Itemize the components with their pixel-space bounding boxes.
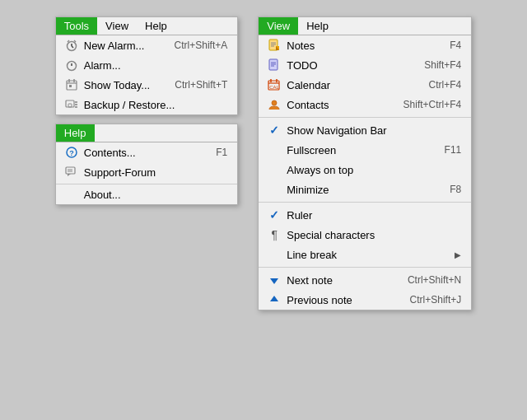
todo-label: TODO bbox=[287, 59, 399, 72]
special-chars-label: Special characters bbox=[287, 229, 436, 241]
clock-icon bbox=[63, 58, 81, 72]
help-icon: ? bbox=[63, 146, 81, 159]
backup-restore-item[interactable]: Backup / Restore... bbox=[56, 95, 238, 114]
ruler-label: Ruler bbox=[287, 209, 436, 222]
special-chars-item[interactable]: ¶ Special characters bbox=[259, 225, 471, 245]
forum-icon bbox=[63, 166, 81, 179]
tools-menu-bar-view[interactable]: View bbox=[97, 17, 137, 35]
minimize-item[interactable]: Minimize F8 bbox=[259, 180, 471, 199]
view-menu-bar-help[interactable]: Help bbox=[298, 17, 337, 35]
always-on-top-label: Always on top bbox=[287, 164, 436, 176]
show-nav-bar-label: Show Navigation Bar bbox=[287, 124, 436, 137]
minimize-shortcut: F8 bbox=[450, 184, 461, 195]
notes-icon bbox=[265, 39, 283, 52]
todo-shortcut: Shift+F4 bbox=[424, 59, 461, 71]
tools-menu-panel: Tools View Help New Alarm... Ctrl+Shift+… bbox=[55, 16, 239, 115]
svg-rect-11 bbox=[69, 85, 72, 87]
contacts-icon bbox=[265, 98, 283, 111]
contacts-shortcut: Shift+Ctrl+F4 bbox=[403, 99, 462, 110]
svg-marker-40 bbox=[270, 296, 278, 301]
support-forum-item[interactable]: Support-Forum bbox=[56, 162, 238, 182]
contents-item[interactable]: ? Contents... F1 bbox=[56, 142, 238, 162]
pilcrow-symbol: ¶ bbox=[271, 228, 277, 241]
contacts-label: Contacts bbox=[287, 99, 378, 111]
alarm-icon bbox=[63, 39, 81, 52]
tools-menu-bar-help[interactable]: Help bbox=[137, 17, 175, 35]
view-menu-panel: View Help Notes F4 bbox=[258, 16, 472, 310]
up-arrow-icon bbox=[265, 293, 283, 306]
view-divider-1 bbox=[259, 117, 471, 118]
show-today-label: Show Today... bbox=[84, 79, 150, 91]
line-break-arrow-icon: ▶ bbox=[455, 250, 461, 259]
todo-item[interactable]: TODO Shift+F4 bbox=[259, 55, 471, 75]
svg-rect-13 bbox=[68, 104, 72, 107]
todo-icon bbox=[265, 58, 283, 72]
about-item[interactable]: About... bbox=[56, 184, 238, 204]
pilcrow-icon: ¶ bbox=[265, 228, 283, 241]
help-menu-panel: Help ? Contents... F1 bbox=[55, 124, 239, 205]
svg-text:?: ? bbox=[69, 149, 74, 157]
minimize-label: Minimize bbox=[287, 184, 425, 196]
view-menu-bar-view[interactable]: View bbox=[259, 17, 298, 35]
tools-menu-bar-tools[interactable]: Tools bbox=[56, 17, 97, 35]
calendar-label: Calendar bbox=[287, 79, 403, 91]
new-alarm-shortcut: Ctrl+Shift+A bbox=[175, 40, 228, 51]
always-on-top-item[interactable]: Always on top bbox=[259, 160, 471, 180]
help-menu-bar-help[interactable]: Help bbox=[56, 124, 95, 142]
prev-note-label: Previous note bbox=[287, 294, 385, 306]
svg-marker-22 bbox=[68, 174, 71, 176]
svg-line-2 bbox=[72, 46, 73, 48]
calendar-shortcut: Ctrl+F4 bbox=[429, 79, 462, 91]
menus-container: Tools View Help New Alarm... Ctrl+Shift+… bbox=[55, 16, 473, 310]
fullscreen-shortcut: F11 bbox=[445, 144, 462, 156]
show-today-shortcut: Ctrl+Shift+T bbox=[175, 79, 227, 91]
contents-label: Contents... bbox=[84, 147, 191, 159]
new-alarm-label: New Alarm... bbox=[84, 40, 150, 52]
prev-note-shortcut: Ctrl+Shift+J bbox=[410, 294, 462, 306]
notes-item[interactable]: Notes F4 bbox=[259, 35, 471, 55]
down-arrow-icon bbox=[265, 273, 283, 287]
view-menu-bar: View Help bbox=[259, 17, 471, 35]
about-label: About... bbox=[84, 189, 203, 201]
calendar-item[interactable]: CAL Calendar Ctrl+F4 bbox=[259, 75, 471, 95]
fullscreen-item[interactable]: Fullscreen F11 bbox=[259, 140, 471, 160]
line-break-item[interactable]: Line break ▶ bbox=[259, 245, 471, 264]
backup-icon bbox=[63, 98, 81, 111]
show-nav-bar-item[interactable]: ✓ Show Navigation Bar bbox=[259, 120, 471, 140]
left-menus: Tools View Help New Alarm... Ctrl+Shift+… bbox=[55, 16, 239, 205]
line-break-label: Line break bbox=[287, 249, 430, 261]
svg-marker-39 bbox=[270, 278, 278, 284]
svg-point-38 bbox=[272, 100, 277, 105]
show-nav-bar-check: ✓ bbox=[265, 124, 283, 137]
next-note-item[interactable]: Next note Ctrl+Shift+N bbox=[259, 270, 471, 290]
show-today-icon bbox=[63, 78, 81, 91]
next-note-shortcut: Ctrl+Shift+N bbox=[408, 274, 461, 286]
next-note-label: Next note bbox=[287, 274, 383, 287]
ruler-check-icon: ✓ bbox=[269, 208, 279, 222]
view-divider-3 bbox=[259, 267, 471, 268]
calendar2-icon: CAL bbox=[265, 78, 283, 91]
ruler-item[interactable]: ✓ Ruler bbox=[259, 205, 471, 225]
backup-restore-label: Backup / Restore... bbox=[84, 99, 203, 111]
view-divider-2 bbox=[259, 202, 471, 203]
prev-note-item[interactable]: Previous note Ctrl+Shift+J bbox=[259, 290, 471, 310]
alarm-label: Alarm... bbox=[84, 59, 203, 72]
contacts-item[interactable]: Contacts Shift+Ctrl+F4 bbox=[259, 95, 471, 114]
show-today-item[interactable]: Show Today... Ctrl+Shift+T bbox=[56, 75, 238, 95]
svg-rect-19 bbox=[66, 167, 75, 174]
support-forum-label: Support-Forum bbox=[84, 166, 203, 179]
help-menu-bar: Help bbox=[56, 124, 238, 142]
alarm-item[interactable]: Alarm... bbox=[56, 55, 238, 75]
check-icon: ✓ bbox=[269, 124, 279, 137]
fullscreen-label: Fullscreen bbox=[287, 144, 419, 156]
notes-shortcut: F4 bbox=[450, 40, 461, 51]
notes-label: Notes bbox=[287, 40, 425, 52]
ruler-check: ✓ bbox=[265, 208, 283, 222]
contents-shortcut: F1 bbox=[216, 147, 227, 158]
tools-menu-bar: Tools View Help bbox=[56, 17, 238, 35]
svg-text:CAL: CAL bbox=[269, 85, 279, 90]
new-alarm-item[interactable]: New Alarm... Ctrl+Shift+A bbox=[56, 35, 238, 55]
